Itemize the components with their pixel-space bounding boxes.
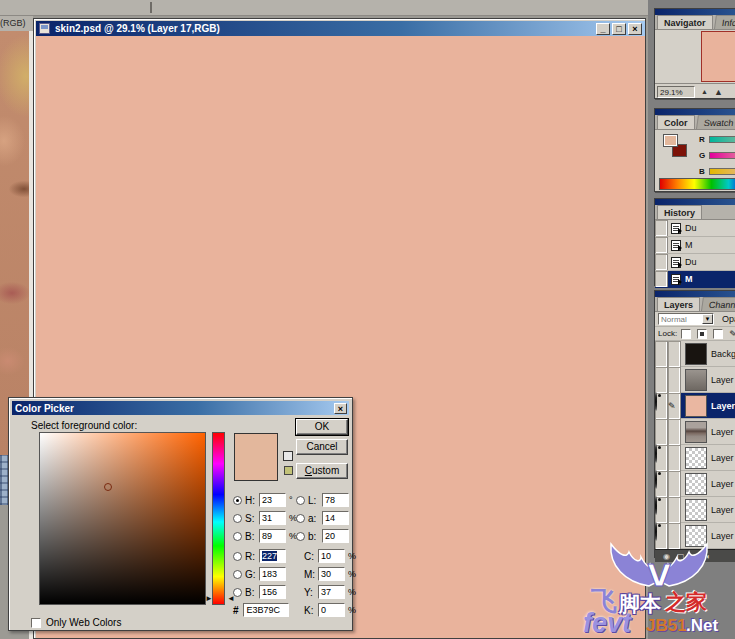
l-radio[interactable] <box>296 496 305 505</box>
layer-thumbnail[interactable] <box>685 499 707 521</box>
history-item[interactable]: Du <box>655 220 735 237</box>
layer-thumbnail[interactable] <box>685 343 707 365</box>
close-icon[interactable]: × <box>334 403 347 414</box>
navigator-thumbnail[interactable] <box>701 31 735 82</box>
tab-color[interactable]: Color <box>657 115 695 129</box>
zoom-out-icon[interactable]: ▲ <box>701 88 708 95</box>
link-well[interactable] <box>668 523 681 549</box>
web-safe-swatch[interactable] <box>284 466 293 475</box>
tab-history[interactable]: History <box>657 205 702 219</box>
layer-row[interactable]: Layer 14 <box>655 497 735 523</box>
c-field[interactable]: 10 <box>318 549 345 563</box>
h-field[interactable]: 23 <box>259 493 286 507</box>
b2-field[interactable]: 156 <box>259 585 286 599</box>
close-icon[interactable]: × <box>628 23 642 35</box>
layer-row[interactable]: Layer 11 <box>655 523 735 549</box>
eye-icon[interactable] <box>655 392 657 411</box>
link-well[interactable] <box>668 497 681 523</box>
zoom-in-icon[interactable]: ▲ <box>714 87 723 97</box>
layer-thumbnail[interactable] <box>685 447 707 469</box>
history-source-well[interactable] <box>655 220 668 236</box>
b-field[interactable]: 89 <box>259 529 286 543</box>
color-marker-icon[interactable] <box>104 483 112 491</box>
g-slider[interactable] <box>709 152 735 159</box>
history-item-selected[interactable]: M <box>655 271 735 288</box>
visibility-well[interactable] <box>655 471 668 497</box>
m-field[interactable]: 30 <box>318 567 345 581</box>
tab-layers[interactable]: Layers <box>657 297 700 311</box>
layer-row[interactable]: Layer 14 <box>655 471 735 497</box>
history-source-well[interactable] <box>655 271 668 287</box>
navigator-zoom-value[interactable]: 29.1% <box>657 86 695 98</box>
layer-row[interactable]: Layer 16 <box>655 445 735 471</box>
layer-row[interactable]: Layer 2 <box>655 367 735 393</box>
s-field[interactable]: 31 <box>259 511 286 525</box>
lock-transparency-checkbox[interactable] <box>681 329 691 339</box>
lock-position-checkbox[interactable] <box>713 329 723 339</box>
lab-b-radio[interactable] <box>296 532 305 541</box>
r-field[interactable]: 227 <box>259 549 286 563</box>
lab-b-field[interactable]: 20 <box>322 529 349 543</box>
visibility-well[interactable] <box>655 523 668 549</box>
foreground-swatch[interactable] <box>663 134 678 147</box>
layer-thumbnail[interactable] <box>685 473 707 495</box>
layer-row-background[interactable]: Backgro <box>655 341 735 367</box>
chevron-down-icon[interactable]: ▼ <box>702 314 713 324</box>
web-color-warning-icon[interactable] <box>285 453 293 461</box>
layer-thumbnail[interactable] <box>685 395 707 417</box>
maximize-icon[interactable]: □ <box>612 23 626 35</box>
b2-radio[interactable] <box>233 588 242 597</box>
hue-slider[interactable] <box>212 432 225 605</box>
s-radio[interactable] <box>233 514 242 523</box>
eye-icon[interactable] <box>655 522 657 541</box>
hue-arrow-right-icon[interactable]: ► <box>205 595 213 603</box>
visibility-well[interactable] <box>655 393 668 419</box>
visibility-well[interactable] <box>655 497 668 523</box>
g-field[interactable]: 183 <box>259 567 286 581</box>
tab-info[interactable]: Info <box>714 15 735 29</box>
k-field[interactable]: 0 <box>318 603 345 617</box>
hex-field[interactable]: E3B79C <box>243 603 289 617</box>
history-source-well[interactable] <box>655 237 668 253</box>
layer-thumbnail[interactable] <box>685 525 707 547</box>
tab-swatches[interactable]: Swatch <box>696 115 735 129</box>
layer-thumbnail[interactable] <box>685 421 707 443</box>
link-well[interactable] <box>668 471 681 497</box>
color-picker-titlebar[interactable]: Color Picker × <box>12 401 349 415</box>
a-radio[interactable] <box>296 514 305 523</box>
a-field[interactable]: 14 <box>322 511 349 525</box>
b-radio[interactable] <box>233 532 242 541</box>
link-well[interactable] <box>668 367 681 393</box>
layer-thumbnail[interactable] <box>685 369 707 391</box>
h-radio[interactable] <box>233 496 242 505</box>
visibility-well[interactable] <box>655 367 668 393</box>
history-item[interactable]: Du <box>655 254 735 271</box>
r-slider[interactable] <box>709 136 735 143</box>
color-ramp[interactable] <box>659 178 735 190</box>
g-radio[interactable] <box>233 570 242 579</box>
tab-navigator[interactable]: Navigator <box>657 15 713 29</box>
custom-button[interactable]: Custom <box>296 463 348 479</box>
visibility-well[interactable] <box>655 341 668 367</box>
link-well[interactable] <box>668 419 681 445</box>
history-item[interactable]: M <box>655 237 735 254</box>
layer-style-icon[interactable]: ◉ <box>663 550 670 563</box>
b-slider[interactable] <box>709 168 735 175</box>
eye-icon[interactable] <box>655 496 657 515</box>
blend-mode-select[interactable]: Normal ▼ <box>658 313 714 325</box>
link-well[interactable] <box>668 445 681 471</box>
link-well[interactable] <box>668 341 681 367</box>
l-field[interactable]: 78 <box>322 493 349 507</box>
layer-row[interactable]: Layer 13 <box>655 419 735 445</box>
cancel-button[interactable]: Cancel <box>296 439 348 455</box>
new-layer-icon[interactable]: ▭ <box>692 550 700 563</box>
layer-row-selected[interactable]: ✎ Layer 1 <box>655 393 735 419</box>
lock-image-checkbox[interactable] <box>697 329 707 339</box>
y-field[interactable]: 37 <box>318 585 345 599</box>
document-titlebar[interactable]: skin2.psd @ 29.1% (Layer 17,RGB) _ □ × <box>36 21 645 36</box>
link-well[interactable]: ✎ <box>668 393 681 419</box>
eye-icon[interactable] <box>655 444 657 463</box>
ok-button[interactable]: OK <box>296 419 348 435</box>
adjustment-layer-icon[interactable]: ◐ <box>706 550 711 563</box>
visibility-well[interactable] <box>655 419 668 445</box>
